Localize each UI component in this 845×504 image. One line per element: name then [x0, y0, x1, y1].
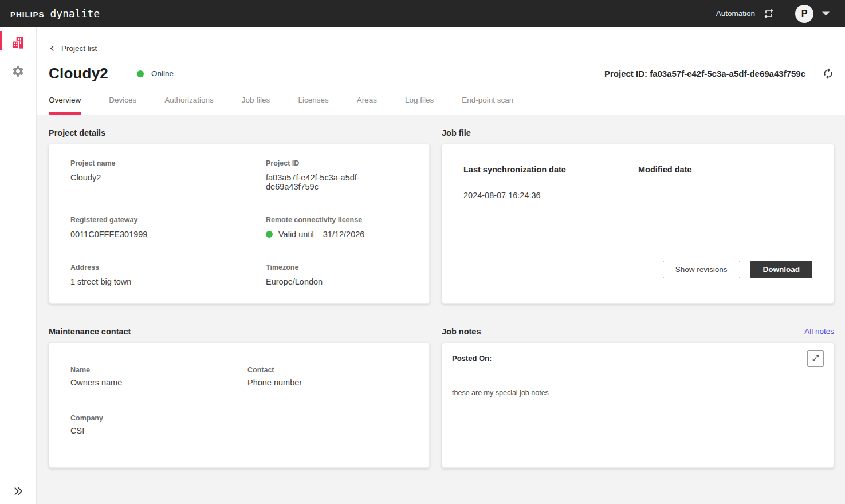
- buildings-icon: [10, 35, 26, 50]
- refresh-button[interactable]: [822, 68, 834, 80]
- project-details-section: Project details Project name Cloudy2 Pro…: [49, 128, 430, 304]
- tab-job-files[interactable]: Job files: [242, 96, 270, 115]
- show-revisions-button[interactable]: Show revisions: [663, 261, 740, 278]
- avatar-initial: P: [801, 9, 808, 19]
- field-label: Company: [70, 414, 247, 422]
- field-name: Name Owners name: [70, 366, 247, 387]
- field-project-name: Project name Cloudy2: [70, 159, 266, 191]
- job-note-text: these are my special job notes: [442, 373, 834, 412]
- field-value: fa03a57f-e42f-5c3a-a5df-de69a43f759c: [266, 173, 408, 191]
- license-date: 31/12/2026: [323, 230, 365, 239]
- field-label: Timezone: [266, 263, 408, 271]
- field-label: Registered gateway: [70, 216, 266, 224]
- breadcrumb-label: Project list: [61, 44, 97, 53]
- field-value: Owners name: [70, 378, 247, 387]
- online-status-dot: [137, 70, 144, 77]
- field-remote-connectivity-license: Remote connectivity license Valid until …: [266, 216, 408, 239]
- open-in-full-icon: [812, 354, 820, 362]
- tab-end-point-scan[interactable]: End-point scan: [462, 96, 513, 115]
- project-details-card: Project name Cloudy2 Project ID fa03a57f…: [49, 144, 430, 304]
- last-sync-value: 2024-08-07 16:24:36: [463, 191, 638, 200]
- field-contact: Contact Phone number: [247, 366, 408, 387]
- field-label: Remote connectivity license: [266, 216, 408, 224]
- field-value: 1 street big town: [70, 277, 266, 286]
- expand-notes-button[interactable]: [807, 350, 824, 367]
- field-value: CSI: [70, 426, 247, 435]
- sync-icon: [822, 68, 834, 80]
- last-sync-column: Last synchronization date 2024-08-07 16:…: [463, 165, 638, 200]
- sidebar-item-settings[interactable]: [10, 63, 26, 79]
- active-nav-indicator: [0, 32, 2, 50]
- tab-overview[interactable]: Overview: [49, 96, 81, 115]
- maintenance-contact-section: Maintenance contact Name Owners name Con…: [49, 326, 430, 468]
- switch-mode-button[interactable]: [762, 7, 776, 21]
- field-address: Address 1 street big town: [70, 263, 266, 286]
- job-notes-header: Posted On:: [442, 343, 834, 373]
- last-sync-label: Last synchronization date: [463, 165, 638, 174]
- project-details-title: Project details: [49, 128, 105, 137]
- license-valid-status-dot: [266, 231, 273, 238]
- download-button[interactable]: Download: [750, 261, 813, 278]
- automation-label: Automation: [716, 9, 755, 18]
- tab-bar: Overview Devices Authorizations Job file…: [49, 96, 834, 115]
- all-notes-link[interactable]: All notes: [804, 327, 834, 336]
- online-status-label: Online: [151, 69, 174, 78]
- avatar[interactable]: P: [795, 5, 813, 23]
- gear-icon: [11, 65, 25, 78]
- job-file-title: Job file: [442, 128, 471, 137]
- page-header: Project list Cloudy2 Online Project ID: …: [37, 27, 845, 115]
- field-label: Address: [70, 263, 266, 271]
- tab-licenses[interactable]: Licenses: [298, 96, 328, 115]
- content-area: Project details Project name Cloudy2 Pro…: [37, 115, 845, 504]
- field-value: Europe/London: [266, 277, 408, 286]
- sidebar-expand-button[interactable]: [0, 478, 36, 504]
- back-chevron-icon: [49, 44, 56, 53]
- maintenance-contact-title: Maintenance contact: [49, 327, 131, 336]
- field-value: Cloudy2: [70, 173, 266, 182]
- field-label: Project name: [70, 159, 266, 167]
- modified-date-column: Modified date: [638, 165, 812, 200]
- brand-logo: PHILIPS dynalite: [10, 7, 100, 19]
- job-file-section: Job file Last synchronization date 2024-…: [442, 128, 834, 304]
- philips-wordmark: PHILIPS: [10, 10, 45, 19]
- field-value: 0011C0FFFE301999: [70, 230, 266, 239]
- field-label: Contact: [247, 366, 408, 374]
- sidebar-item-projects[interactable]: [10, 34, 26, 50]
- page-title: Cloudy2: [49, 65, 108, 82]
- tab-areas[interactable]: Areas: [357, 96, 377, 115]
- field-timezone: Timezone Europe/London: [266, 263, 408, 286]
- tab-devices[interactable]: Devices: [109, 96, 136, 115]
- job-notes-card: Posted On: these are my special job note…: [442, 342, 834, 468]
- tab-log-files[interactable]: Log files: [405, 96, 434, 115]
- project-id-line: Project ID: fa03a57f-e42f-5c3a-a5df-de69…: [604, 69, 805, 78]
- field-company: Company CSI: [70, 414, 247, 435]
- chevron-down-icon: [822, 11, 830, 17]
- tab-authorizations[interactable]: Authorizations: [164, 96, 214, 115]
- maintenance-contact-card: Name Owners name Contact Phone number Co…: [49, 342, 430, 468]
- dynalite-wordmark: dynalite: [50, 7, 100, 19]
- field-label: Project ID: [266, 159, 408, 167]
- topbar: PHILIPS dynalite Automation P: [0, 0, 845, 27]
- license-status-text: Valid until: [278, 230, 314, 239]
- status-badge: Online: [137, 69, 174, 78]
- field-value: Phone number: [247, 378, 408, 387]
- field-project-id: Project ID fa03a57f-e42f-5c3a-a5df-de69a…: [266, 159, 408, 191]
- posted-on-label: Posted On:: [452, 354, 492, 363]
- sidebar: [0, 27, 37, 504]
- job-notes-section: Job notes All notes Posted On: these are…: [442, 326, 834, 468]
- main-area: Project list Cloudy2 Online Project ID: …: [37, 27, 845, 504]
- field-registered-gateway: Registered gateway 0011C0FFFE301999: [70, 216, 266, 239]
- repeat-icon: [763, 8, 775, 19]
- job-notes-title: Job notes: [442, 327, 481, 336]
- account-menu-button[interactable]: [822, 11, 830, 17]
- field-label: Name: [70, 366, 247, 374]
- job-file-card: Last synchronization date 2024-08-07 16:…: [442, 144, 834, 304]
- double-chevron-right-icon: [12, 485, 24, 497]
- breadcrumb[interactable]: Project list: [49, 44, 97, 53]
- modified-date-label: Modified date: [638, 165, 812, 174]
